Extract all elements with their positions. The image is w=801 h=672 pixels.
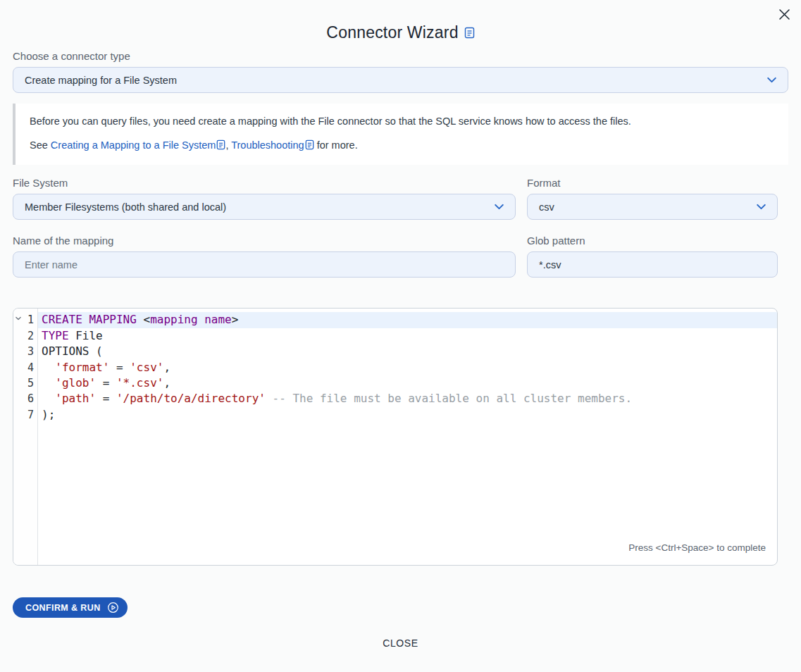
link-troubleshooting[interactable]: Troubleshooting <box>231 139 304 151</box>
editor-gutter: 1234567 <box>13 309 38 565</box>
line-number: 3 <box>13 344 37 359</box>
chevron-down-icon <box>493 201 505 213</box>
file-system-select[interactable]: Member Filesystems (both shared and loca… <box>13 194 516 220</box>
info-see-prefix: See <box>30 139 51 151</box>
file-system-label: File System <box>13 177 516 189</box>
glob-pattern-input[interactable] <box>527 251 778 278</box>
close-icon <box>778 8 791 21</box>
connector-type-value: Create mapping for a File System <box>25 75 766 86</box>
connector-type-label: Choose a connector type <box>13 50 788 62</box>
link-creating-mapping[interactable]: Creating a Mapping to a File System <box>51 139 216 151</box>
chevron-down-icon <box>755 201 767 213</box>
code-line[interactable]: CREATE MAPPING <mapping name> <box>38 312 777 328</box>
line-number: 5 <box>13 375 37 391</box>
code-line[interactable]: TYPE File <box>38 328 777 344</box>
fold-chevron-icon[interactable] <box>15 315 22 322</box>
code-line[interactable]: OPTIONS ( <box>38 344 777 359</box>
dialog-close-button[interactable] <box>776 6 793 23</box>
chevron-down-icon <box>766 74 778 86</box>
line-number: 6 <box>13 391 37 406</box>
code-line[interactable]: 'glob' = '*.csv', <box>38 375 777 391</box>
info-paragraph: Before you can query files, you need cre… <box>30 116 774 127</box>
mapping-name-input[interactable] <box>13 251 516 278</box>
line-number: 4 <box>13 360 37 375</box>
confirm-run-button[interactable]: CONFIRM & RUN <box>13 597 128 618</box>
info-suffix: for more. <box>314 139 358 151</box>
format-label: Format <box>527 177 778 189</box>
document-icon <box>305 141 314 152</box>
code-line[interactable]: 'format' = 'csv', <box>38 360 777 375</box>
format-select[interactable]: csv <box>527 194 778 220</box>
info-separator: , <box>225 139 231 151</box>
sql-editor[interactable]: 1234567 CREATE MAPPING <mapping name>TYP… <box>13 308 778 566</box>
format-value: csv <box>539 201 755 213</box>
info-links-line: See Creating a Mapping to a File System,… <box>30 139 774 153</box>
code-line[interactable]: 'path' = '/path/to/a/directory' -- The f… <box>38 391 777 406</box>
document-icon[interactable] <box>464 27 475 39</box>
close-button[interactable]: CLOSE <box>383 637 418 649</box>
info-box: Before you can query files, you need cre… <box>13 104 788 165</box>
play-icon <box>107 602 119 614</box>
glob-pattern-label: Glob pattern <box>527 235 778 247</box>
code-line[interactable]: ); <box>38 407 777 423</box>
confirm-run-label: CONFIRM & RUN <box>25 603 101 613</box>
editor-code[interactable]: CREATE MAPPING <mapping name>TYPE FileOP… <box>38 309 777 565</box>
editor-autocomplete-hint: Press <Ctrl+Space> to complete <box>628 540 766 556</box>
line-number: 2 <box>13 328 37 344</box>
page-title: Connector Wizard <box>326 23 458 42</box>
file-system-value: Member Filesystems (both shared and loca… <box>25 201 493 213</box>
mapping-name-label: Name of the mapping <box>13 235 516 247</box>
line-number: 7 <box>13 407 37 423</box>
document-icon <box>216 141 225 152</box>
line-number: 1 <box>13 312 37 328</box>
connector-type-select[interactable]: Create mapping for a File System <box>13 67 788 93</box>
